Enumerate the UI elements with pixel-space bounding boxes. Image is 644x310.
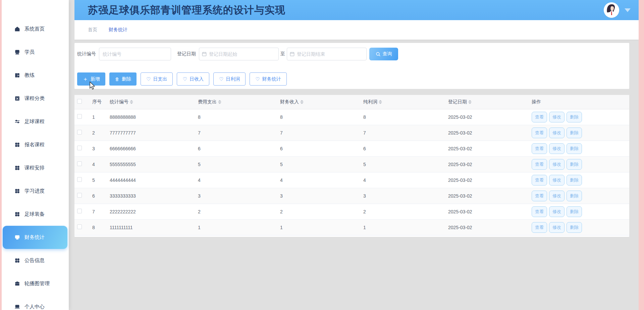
delete-row-button[interactable]: 删除 — [567, 112, 582, 122]
column-header[interactable]: 登记日期 — [446, 95, 530, 109]
table-row: 722222222222222025-03-02查看修改删除 — [74, 204, 629, 219]
date-end-input[interactable] — [287, 48, 367, 60]
view-button[interactable]: 查看 — [532, 112, 547, 122]
sidebar-item-carousel[interactable]: 轮播图管理 — [2, 272, 69, 295]
table-row: 633333333333332025-03-02查看修改删除 — [74, 188, 629, 204]
row-actions: 查看修改删除 — [532, 222, 628, 233]
sidebar-item-label: 学习进度 — [24, 188, 45, 194]
sidebar-item-coaches[interactable]: 教练 — [2, 64, 69, 87]
calendar-icon — [202, 52, 207, 56]
sidebar-item-students[interactable]: 学员 — [2, 41, 69, 64]
cell-code: 5555555555 — [108, 156, 196, 172]
avatar[interactable] — [604, 2, 619, 18]
cell-income: 4 — [278, 172, 362, 188]
sidebar-item-announcements[interactable]: 公告信息 — [2, 249, 69, 272]
select-all-checkbox[interactable] — [77, 99, 82, 104]
edit-button[interactable]: 修改 — [549, 143, 565, 154]
row-checkbox[interactable] — [77, 224, 82, 229]
breadcrumb: 首页财务统计 — [74, 20, 639, 40]
sort-caret-icon[interactable] — [379, 100, 382, 104]
sort-caret-icon[interactable] — [218, 100, 221, 104]
edit-button[interactable]: 修改 — [549, 222, 565, 233]
edit-button[interactable]: 修改 — [549, 206, 565, 217]
sidebar-item-label: 足球课程 — [24, 118, 45, 125]
sidebar-item-course-schedule[interactable]: 课程安排 — [2, 156, 69, 179]
delete-row-button[interactable]: 删除 — [567, 127, 582, 138]
column-header[interactable]: 财务收入 — [278, 95, 362, 109]
query-button[interactable]: 查询 — [369, 48, 398, 60]
sidebar-item-label: 轮播图管理 — [24, 280, 50, 287]
edit-button[interactable]: 修改 — [549, 127, 565, 138]
row-checkbox[interactable] — [77, 177, 82, 182]
sidebar-item-course-category[interactable]: 课程分类 — [2, 87, 69, 110]
row-checkbox[interactable] — [77, 130, 82, 135]
sidebar-item-label: 个人中心 — [24, 304, 45, 310]
column-header[interactable]: 纯利润 — [362, 95, 446, 109]
edit-button[interactable]: 修改 — [549, 112, 565, 122]
sidebar-item-football-course[interactable]: 足球课程 — [2, 110, 69, 133]
chevron-down-icon[interactable] — [625, 8, 631, 12]
delete-button[interactable]: 删除 — [109, 72, 137, 86]
view-button[interactable]: 查看 — [532, 159, 547, 170]
edit-button[interactable]: 修改 — [549, 175, 565, 186]
date-end-field[interactable] — [294, 51, 364, 57]
sort-caret-icon[interactable] — [468, 100, 472, 104]
view-button[interactable]: 查看 — [532, 191, 547, 201]
sidebar-item-enroll-course[interactable]: 报名课程 — [2, 133, 69, 156]
sidebar-item-label: 课程分类 — [24, 95, 45, 102]
grid-icon — [14, 188, 20, 194]
view-button[interactable]: 查看 — [532, 206, 547, 217]
column-header: 操作 — [530, 95, 629, 109]
code-input[interactable] — [99, 48, 171, 60]
edit-button[interactable]: 修改 — [549, 159, 565, 170]
view-button[interactable]: 查看 — [532, 143, 547, 154]
row-checkbox[interactable] — [77, 209, 82, 213]
view-button[interactable]: 查看 — [532, 222, 547, 233]
briefcase-icon — [14, 281, 20, 287]
row-checkbox[interactable] — [77, 193, 82, 198]
date-start-input[interactable] — [199, 48, 279, 60]
edit-button[interactable]: 修改 — [549, 191, 565, 201]
date-start-field[interactable] — [207, 51, 276, 57]
delete-row-button[interactable]: 删除 — [567, 159, 582, 170]
daily-profit-button[interactable]: ♡日利润 — [213, 72, 246, 86]
table-row: 277777777777772025-03-02查看修改删除 — [74, 125, 629, 141]
cell-code: 7777777777 — [108, 125, 196, 141]
column-header[interactable]: 费用支出 — [196, 95, 278, 109]
row-actions: 查看修改删除 — [532, 206, 628, 217]
row-checkbox[interactable] — [77, 114, 82, 119]
cell-no: 4 — [91, 156, 108, 172]
delete-row-button[interactable]: 删除 — [567, 143, 582, 154]
view-button[interactable]: 查看 — [532, 175, 547, 186]
cell-code: 4444444444 — [108, 172, 196, 188]
daily-expense-button[interactable]: ♡日支出 — [141, 72, 173, 86]
breadcrumb-item-1[interactable]: 财务统计 — [109, 27, 127, 33]
column-header[interactable]: 统计编号 — [108, 95, 196, 109]
daily-income-button[interactable]: ♡日收入 — [177, 72, 209, 86]
sidebar-item-personal-center[interactable]: 个人中心 — [2, 295, 69, 310]
sidebar-item-home[interactable]: 系统首页 — [2, 17, 69, 41]
stat-buttons: ♡日支出♡日收入♡日利润♡财务统计 — [141, 72, 287, 86]
delete-row-button[interactable]: 删除 — [567, 222, 582, 233]
row-checkbox[interactable] — [77, 161, 82, 166]
row-checkbox[interactable] — [77, 146, 82, 150]
cell-expense: 3 — [196, 188, 278, 204]
add-button[interactable]: ＋ 新增 — [77, 72, 105, 86]
delete-row-button[interactable]: 删除 — [567, 206, 582, 217]
sidebar-item-label: 报名课程 — [24, 142, 45, 148]
grid-icon — [14, 142, 20, 148]
sort-caret-icon[interactable] — [300, 100, 304, 104]
view-button[interactable]: 查看 — [532, 127, 547, 138]
finance-stats-button[interactable]: ♡财务统计 — [250, 72, 286, 86]
breadcrumb-item-0[interactable]: 首页 — [88, 27, 97, 33]
sidebar-item-football-equipment[interactable]: 足球装备 — [2, 203, 69, 226]
sidebar-item-learning-progress[interactable]: 学习进度 — [2, 179, 69, 203]
cell-date: 2025-03-02 — [446, 172, 530, 188]
cell-profit: 6 — [362, 141, 446, 156]
laptop-icon — [14, 304, 20, 310]
sidebar-item-finance-stats[interactable]: 财务统计 — [3, 226, 67, 249]
sort-caret-icon[interactable] — [130, 100, 133, 104]
delete-row-button[interactable]: 删除 — [567, 191, 582, 201]
cell-date: 2025-03-02 — [446, 141, 530, 156]
delete-row-button[interactable]: 删除 — [567, 175, 582, 186]
